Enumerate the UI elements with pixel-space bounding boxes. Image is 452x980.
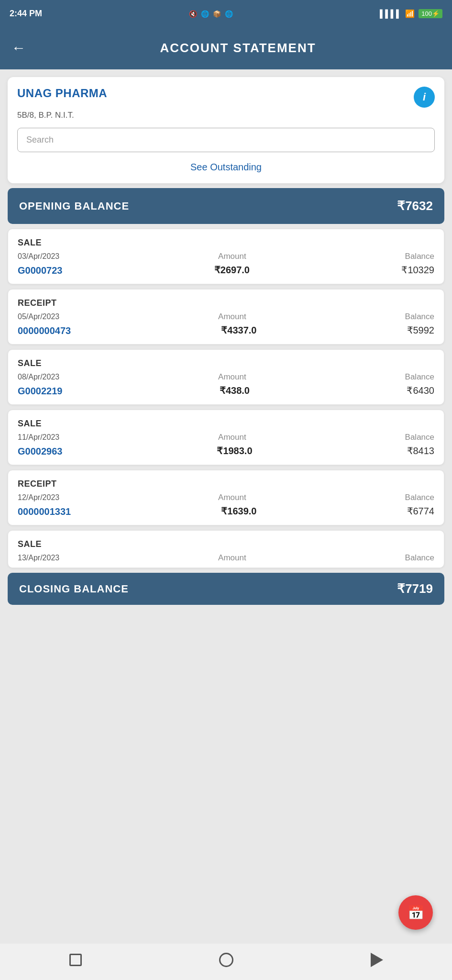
txn-date-3: 11/Apr/2023 (18, 433, 59, 442)
txn-meta-row-3: 11/Apr/2023 Amount Balance (18, 433, 434, 442)
txn-balance-0: ₹10329 (401, 264, 434, 276)
transactions-list: SALE 03/Apr/2023 Amount Balance G0000723… (0, 229, 452, 525)
nav-square-button[interactable] (67, 951, 84, 969)
txn-values-row-1: 0000000473 ₹4337.0 ₹5992 (18, 323, 434, 336)
partial-txn-row: 13/Apr/2023 Amount Balance (18, 553, 434, 563)
txn-balance-label-3: Balance (405, 433, 434, 442)
txn-number-0[interactable]: G0000723 (18, 265, 62, 276)
txn-meta-row-0: 03/Apr/2023 Amount Balance (18, 252, 434, 261)
txn-amount-label-2: Amount (218, 372, 246, 382)
txn-values-row-0: G0000723 ₹2697.0 ₹10329 (18, 263, 434, 276)
txn-date-0: 03/Apr/2023 (18, 252, 59, 261)
closing-balance-amount: ₹7719 (397, 581, 433, 596)
transaction-card[interactable]: SALE 08/Apr/2023 Amount Balance G0002219… (8, 349, 444, 405)
txn-amount-label-4: Amount (218, 493, 246, 502)
status-time: 2:44 PM (10, 9, 42, 19)
txn-balance-label-0: Balance (405, 252, 434, 261)
txn-balance-label-2: Balance (405, 372, 434, 382)
txn-balance-3: ₹8413 (407, 445, 435, 457)
txn-meta-row-4: 12/Apr/2023 Amount Balance (18, 493, 434, 502)
signal-icon: ▌▌▌▌ (380, 10, 401, 18)
nav-bar (0, 944, 452, 980)
txn-date-4: 12/Apr/2023 (18, 493, 59, 502)
partial-txn-date: 13/Apr/2023 (18, 554, 59, 562)
nav-home-button[interactable] (218, 951, 235, 969)
opening-balance-amount: ₹7632 (397, 199, 433, 213)
account-card: UNAG PHARMA i 5B/8, B.P. N.I.T. See Outs… (8, 77, 444, 183)
calendar-icon: 📅 (408, 905, 424, 921)
txn-amount-0: ₹2697.0 (214, 264, 250, 276)
opening-balance-label: OPENING BALANCE (19, 200, 129, 212)
partial-transaction-card[interactable]: SALE 13/Apr/2023 Amount Balance (8, 530, 444, 568)
txn-values-row-4: 0000001331 ₹1639.0 ₹6774 (18, 504, 434, 517)
txn-type-2: SALE (18, 358, 434, 368)
txn-meta-row-2: 08/Apr/2023 Amount Balance (18, 372, 434, 382)
transaction-card[interactable]: RECEIPT 12/Apr/2023 Amount Balance 00000… (8, 470, 444, 525)
partial-amount-label: Amount (218, 553, 246, 563)
account-card-header: UNAG PHARMA i (17, 87, 435, 108)
opening-balance-bar: OPENING BALANCE ₹7632 (8, 188, 444, 224)
txn-amount-label-3: Amount (218, 433, 246, 442)
closing-balance-bar: CLOSING BALANCE ₹7719 (8, 573, 444, 605)
txn-type-1: RECEIPT (18, 298, 434, 308)
wifi-icon: 📶 (405, 9, 415, 18)
account-icon: 🌐 (225, 10, 233, 18)
txn-number-1[interactable]: 0000000473 (18, 325, 71, 336)
status-right: ▌▌▌▌ 📶 100⚡ (380, 9, 442, 18)
status-bar: 2:44 PM 🔇 🌐 📦 🌐 ▌▌▌▌ 📶 100⚡ (0, 0, 452, 26)
txn-number-2[interactable]: G0002219 (18, 386, 62, 397)
square-icon (69, 954, 82, 966)
triangle-icon (371, 953, 383, 967)
txn-amount-2: ₹438.0 (220, 385, 250, 396)
partial-balance-label: Balance (405, 553, 434, 563)
txn-values-row-3: G0002963 ₹1983.0 ₹8413 (18, 444, 434, 457)
txn-balance-label-4: Balance (405, 493, 434, 502)
battery-icon: 100⚡ (419, 9, 442, 18)
txn-amount-3: ₹1983.0 (217, 445, 252, 457)
txn-amount-label-1: Amount (218, 312, 246, 322)
transaction-card[interactable]: SALE 11/Apr/2023 Amount Balance G0002963… (8, 410, 444, 465)
txn-amount-label-0: Amount (218, 252, 246, 261)
see-outstanding-button[interactable]: See Outstanding (17, 159, 435, 176)
company-address: 5B/8, B.P. N.I.T. (17, 111, 435, 120)
txn-balance-4: ₹6774 (407, 505, 435, 517)
circle-icon (219, 953, 233, 967)
mute-icon: 🔇 (189, 10, 197, 18)
page-title: ACCOUNT STATEMENT (35, 41, 441, 56)
txn-date-2: 08/Apr/2023 (18, 373, 59, 381)
txn-values-row-2: G0002219 ₹438.0 ₹6430 (18, 384, 434, 397)
txn-number-4[interactable]: 0000001331 (18, 506, 71, 517)
txn-amount-1: ₹4337.0 (221, 324, 256, 336)
txn-balance-1: ₹5992 (407, 324, 435, 336)
dropbox-icon: 📦 (213, 10, 221, 18)
txn-meta-row-1: 05/Apr/2023 Amount Balance (18, 312, 434, 322)
search-input[interactable] (17, 128, 435, 152)
back-button[interactable]: ← (11, 40, 26, 56)
transaction-card[interactable]: SALE 03/Apr/2023 Amount Balance G0000723… (8, 229, 444, 284)
network-icon: 🌐 (201, 10, 209, 18)
transaction-card[interactable]: RECEIPT 05/Apr/2023 Amount Balance 00000… (8, 289, 444, 345)
txn-number-3[interactable]: G0002963 (18, 446, 62, 457)
txn-amount-4: ₹1639.0 (221, 505, 256, 517)
txn-date-1: 05/Apr/2023 (18, 312, 59, 321)
company-name: UNAG PHARMA (17, 87, 107, 100)
app-header: ← ACCOUNT STATEMENT (0, 26, 452, 69)
status-icons: 🔇 🌐 📦 🌐 (189, 10, 233, 18)
txn-type-3: SALE (18, 419, 434, 429)
txn-balance-label-1: Balance (405, 312, 434, 322)
calendar-fab[interactable]: 📅 (398, 895, 433, 930)
nav-back-button[interactable] (368, 951, 386, 969)
txn-type-4: RECEIPT (18, 479, 434, 489)
info-icon[interactable]: i (414, 87, 435, 108)
closing-balance-label: CLOSING BALANCE (19, 583, 129, 595)
txn-type-0: SALE (18, 238, 434, 248)
txn-balance-2: ₹6430 (407, 385, 434, 396)
partial-txn-type: SALE (18, 539, 434, 549)
